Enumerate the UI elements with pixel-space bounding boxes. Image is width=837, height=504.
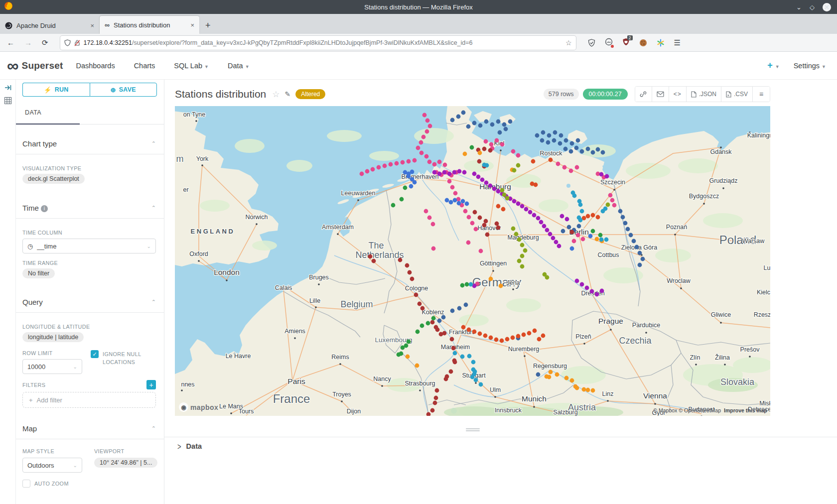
favorite-star-icon[interactable]: ☆ [272,89,279,100]
nav-dashboards[interactable]: Dashboards [76,62,115,70]
station-point-pink[interactable] [427,160,432,164]
superset-logo[interactable]: ∞ Superset [7,59,63,73]
station-point-steel-blue[interactable] [638,251,642,255]
station-point-orange[interactable] [406,355,410,359]
station-point-olive[interactable] [511,227,516,231]
station-point-vermilion[interactable] [531,159,536,164]
station-point-steel-blue[interactable] [552,138,557,143]
station-point-pink[interactable] [422,113,427,118]
section-chart-type[interactable]: Chart type⌃ [16,139,164,148]
station-point-purple[interactable] [600,289,604,293]
dataset-grid-icon[interactable] [4,97,12,105]
station-point-steel-blue[interactable] [586,147,590,151]
station-point-steel-blue[interactable] [563,147,568,151]
station-point-maroon[interactable] [420,306,425,311]
station-point-pink[interactable] [474,227,478,232]
station-point-steel-blue[interactable] [437,319,442,323]
station-point-maroon[interactable] [453,360,457,365]
station-point-olive[interactable] [520,264,525,269]
station-point-vermilion[interactable] [586,214,590,219]
shield-check-icon[interactable] [588,39,595,47]
station-point-teal[interactable] [467,354,472,359]
run-button[interactable]: ⚡RUN [22,83,90,97]
station-point-maroon[interactable] [434,396,438,400]
station-point-royal-blue[interactable] [409,184,414,189]
station-point-purple[interactable] [528,210,533,215]
station-point-teal[interactable] [604,238,609,242]
station-point-steel-blue[interactable] [576,138,580,143]
station-point-pink[interactable] [447,179,452,184]
station-point-green[interactable] [397,353,401,357]
station-point-purple[interactable] [539,220,544,225]
station-point-pink[interactable] [425,129,429,134]
station-point-pink[interactable] [443,163,447,167]
station-point-vermilion[interactable] [483,334,488,338]
station-point-pink[interactable] [377,165,381,170]
station-point-maroon[interactable] [570,230,574,235]
section-map[interactable]: Map⌃ [16,424,164,433]
station-point-pink[interactable] [428,124,432,128]
station-point-maroon[interactable] [450,337,454,342]
station-point-purple[interactable] [437,172,442,176]
station-point-maroon[interactable] [477,159,482,164]
station-point-orange[interactable] [586,388,590,392]
station-point-maroon[interactable] [482,223,487,228]
auto-zoom-checkbox[interactable] [22,480,30,488]
station-point-pink[interactable] [421,135,426,139]
mapbox-logo[interactable]: ◉ mapbox [179,402,218,412]
station-point-orange[interactable] [582,387,586,392]
close-window-icon[interactable]: ✕ [823,3,831,11]
station-point-purple[interactable] [442,170,447,175]
tab-apache-druid[interactable]: Apache Druid × [0,17,100,34]
station-point-vermilion[interactable] [500,339,504,343]
station-point-royal-blue[interactable] [465,202,469,206]
station-point-steel-blue[interactable] [559,133,563,138]
station-point-royal-blue[interactable] [445,198,449,203]
station-point-vermilion[interactable] [534,183,538,187]
station-point-purple[interactable] [480,178,485,182]
station-point-steel-blue[interactable] [450,309,455,313]
station-point-royal-blue[interactable] [449,200,453,205]
colorful-asterisk-icon[interactable] [657,39,665,47]
station-point-vermilion[interactable] [489,336,493,340]
station-point-purple[interactable] [545,228,550,233]
station-point-pink[interactable] [437,160,442,164]
maximize-icon[interactable]: ◇ [810,3,815,11]
station-point-vermilion[interactable] [527,331,532,336]
station-point-vermilion[interactable] [549,158,553,162]
url-text[interactable]: 172.18.0.4:32251/superset/explore/?form_… [84,39,562,46]
station-point-teal[interactable] [479,382,483,387]
station-point-steel-blue[interactable] [484,120,489,124]
altered-badge[interactable]: Altered [295,89,325,99]
section-query[interactable]: Query⌃ [16,298,164,306]
station-point-purple[interactable] [575,279,579,283]
station-point-steel-blue[interactable] [536,373,541,377]
station-point-maroon[interactable] [430,408,435,413]
station-point-steel-blue[interactable] [638,263,642,267]
panel-resize-handle[interactable] [175,428,770,431]
station-point-purple[interactable] [457,169,462,174]
station-point-pink[interactable] [419,151,424,155]
station-point-olive[interactable] [545,275,550,280]
station-point-pink[interactable] [389,162,393,167]
copy-link-button[interactable] [635,87,652,102]
station-point-vermilion[interactable] [478,332,482,336]
station-point-pink[interactable] [516,153,521,158]
station-point-maroon[interactable] [482,147,487,151]
menu-icon[interactable]: ☰ [674,38,681,47]
station-point-pink[interactable] [360,172,364,176]
station-point-vermilion[interactable] [591,213,595,218]
station-point-orange[interactable] [555,373,559,377]
station-point-vermilion[interactable] [467,328,471,332]
station-point-pink[interactable] [467,215,471,220]
station-point-maroon[interactable] [442,331,447,336]
station-point-pink[interactable] [431,247,436,251]
nav-sql-lab[interactable]: SQL Lab▼ [174,62,209,70]
station-point-steel-blue[interactable] [457,306,462,311]
station-point-vermilion[interactable] [472,330,477,334]
station-point-royal-blue[interactable] [413,180,417,185]
station-point-pink[interactable] [495,138,499,143]
tab-stations-distribution[interactable]: ∞ Stations distribution × [100,16,199,34]
station-point-green[interactable] [404,344,409,348]
map-canvas[interactable]: on TynemerYorkNorwichENGLANDOxfordLondon… [175,106,770,416]
